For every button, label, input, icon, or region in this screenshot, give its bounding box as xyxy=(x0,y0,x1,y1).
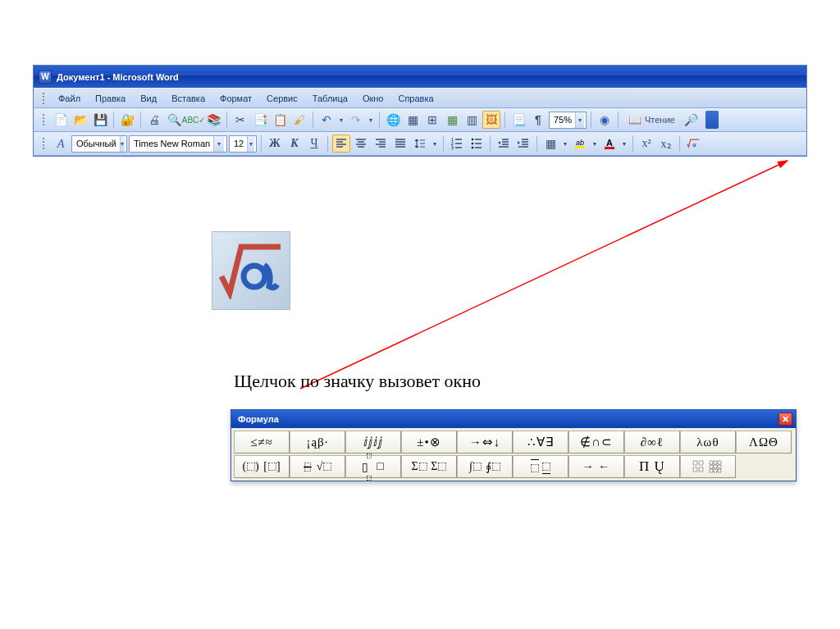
copy-icon[interactable]: 📑 xyxy=(251,111,269,129)
italic-button[interactable]: К xyxy=(285,134,304,153)
lowercase-greek-button[interactable]: λωθ xyxy=(680,431,736,454)
cut-icon[interactable]: ✂ xyxy=(231,111,249,129)
toolbar-grip[interactable] xyxy=(42,92,47,105)
highlight-icon[interactable]: ab xyxy=(571,134,589,153)
chevron-down-icon: ▾ xyxy=(120,136,125,152)
toolbar-grip[interactable] xyxy=(42,137,47,150)
word-app-icon: W xyxy=(39,71,52,84)
menu-edit[interactable]: Правка xyxy=(89,91,132,106)
research-icon[interactable]: 📚 xyxy=(204,111,222,129)
insert-table-icon[interactable]: ⊞ xyxy=(423,111,441,129)
summation-templates-button[interactable]: Σ Σ xyxy=(401,455,457,478)
bold-button[interactable]: Ж xyxy=(266,134,284,153)
equation-editor-large-icon xyxy=(212,231,290,310)
format-painter-icon[interactable]: 🖌 xyxy=(290,111,308,129)
help-icon[interactable]: ◉ xyxy=(596,111,614,129)
separator xyxy=(504,112,505,128)
matrix-templates-button[interactable] xyxy=(680,455,736,478)
underline-button[interactable]: Ч xyxy=(305,134,323,153)
toolbar-options-icon[interactable] xyxy=(705,111,719,129)
print-preview-icon[interactable]: 🔍 xyxy=(165,111,183,129)
uppercase-greek-button[interactable]: ΛΩΘ xyxy=(736,431,792,454)
find-icon[interactable]: 🔎 xyxy=(682,111,701,129)
style-value: Обычный xyxy=(76,139,116,148)
columns-icon[interactable]: ▥ xyxy=(463,111,481,129)
styles-pane-icon[interactable]: A xyxy=(52,134,70,153)
reading-layout-button[interactable]: 📖 Чтение xyxy=(623,111,681,129)
drawing-icon[interactable]: 🖼 xyxy=(482,111,500,129)
font-color-dropdown-icon[interactable]: ▾ xyxy=(620,134,628,153)
paste-icon[interactable]: 📋 xyxy=(271,111,289,129)
highlight-dropdown-icon[interactable]: ▾ xyxy=(591,134,599,153)
separator xyxy=(490,135,491,152)
show-pilcrow-icon[interactable]: ¶ xyxy=(529,111,547,129)
sub-superscript-button[interactable]: ▯ □ xyxy=(345,455,401,478)
separator xyxy=(591,112,591,128)
superscript-button[interactable]: x² xyxy=(637,134,655,153)
menu-file[interactable]: Файл xyxy=(52,91,87,106)
open-icon[interactable]: 📂 xyxy=(71,111,89,129)
separator xyxy=(679,135,680,152)
redo-icon[interactable]: ↷ xyxy=(347,111,365,129)
font-dropdown[interactable]: Times New Roman ▾ xyxy=(129,135,227,153)
labeled-arrow-button[interactable]: → ← xyxy=(568,455,624,478)
fraction-radical-button[interactable]: √ xyxy=(290,455,345,478)
align-justify-icon[interactable] xyxy=(391,134,409,153)
separator xyxy=(632,135,633,152)
menu-help[interactable]: Справка xyxy=(391,91,440,106)
hyperlink-icon[interactable]: 🌐 xyxy=(384,111,402,129)
align-right-icon[interactable] xyxy=(372,134,390,153)
doc-map-icon[interactable]: 📃 xyxy=(509,111,527,129)
undo-icon[interactable]: ↶ xyxy=(317,111,336,129)
borders-dropdown-icon[interactable]: ▾ xyxy=(561,134,569,153)
formula-titlebar[interactable]: Формула ✕ xyxy=(231,410,796,428)
align-center-icon[interactable] xyxy=(352,134,370,153)
subscript-button[interactable]: x₂ xyxy=(657,134,675,153)
toolbar-grip[interactable] xyxy=(42,113,47,126)
permissions-icon[interactable]: 🔐 xyxy=(118,111,136,129)
font-size-dropdown[interactable]: 12 ▾ xyxy=(229,135,257,153)
increase-indent-icon[interactable] xyxy=(514,134,532,153)
bulleted-list-icon[interactable] xyxy=(468,134,486,153)
relational-symbols-button[interactable]: ≤≠≈ xyxy=(234,431,290,454)
embellishments-button[interactable]: ⅈⅉⅈⅉ xyxy=(345,431,401,454)
menu-table[interactable]: Таблица xyxy=(306,91,354,106)
separator xyxy=(140,112,141,128)
set-theory-button[interactable]: ∉∩⊂ xyxy=(568,431,624,454)
equation-button[interactable]: α xyxy=(684,134,702,153)
misc-symbols-button[interactable]: ∂∞ℓ xyxy=(624,431,680,454)
underbar-overbar-button[interactable] xyxy=(513,455,568,478)
font-color-icon[interactable]: A xyxy=(600,134,619,153)
menu-view[interactable]: Вид xyxy=(134,91,163,106)
operator-symbols-button[interactable]: ±•⊗ xyxy=(401,431,457,454)
save-icon[interactable]: 💾 xyxy=(91,111,109,129)
spellcheck-icon[interactable]: ABC✓ xyxy=(185,111,203,129)
decrease-indent-icon[interactable] xyxy=(495,134,513,153)
fence-templates-button[interactable]: () [] xyxy=(234,455,290,478)
redo-dropdown-icon[interactable]: ▾ xyxy=(367,111,375,129)
numbered-list-icon[interactable]: 123 xyxy=(448,134,466,153)
integral-templates-button[interactable]: ∫ ∮ xyxy=(457,455,513,478)
spacing-dropdown-icon[interactable]: ▾ xyxy=(431,134,439,153)
tables-borders-icon[interactable]: ▦ xyxy=(404,111,422,129)
undo-dropdown-icon[interactable]: ▾ xyxy=(337,111,345,129)
separator xyxy=(113,112,114,128)
align-left-icon[interactable] xyxy=(332,134,350,153)
print-icon[interactable]: 🖨 xyxy=(145,111,163,129)
borders-icon[interactable]: ▦ xyxy=(541,134,559,153)
menu-insert[interactable]: Вставка xyxy=(165,91,212,106)
menu-service[interactable]: Сервис xyxy=(260,91,304,106)
menu-window[interactable]: Окно xyxy=(356,91,390,106)
new-doc-icon[interactable]: 📄 xyxy=(52,111,70,129)
insert-excel-icon[interactable]: ▦ xyxy=(443,111,461,129)
line-spacing-icon[interactable] xyxy=(411,134,429,153)
close-icon[interactable]: ✕ xyxy=(778,412,792,426)
logical-symbols-button[interactable]: ∴∀∃ xyxy=(513,431,568,454)
svg-text:ab: ab xyxy=(576,139,584,147)
style-dropdown[interactable]: Обычный ▾ xyxy=(71,135,127,153)
product-set-button[interactable]: Π Ų xyxy=(624,455,680,478)
arrow-symbols-button[interactable]: →⇔↓ xyxy=(457,431,513,454)
zoom-dropdown[interactable]: 75% ▾ xyxy=(549,112,587,129)
spaces-ellipses-button[interactable]: ¡ąβ· xyxy=(290,431,345,454)
menu-format[interactable]: Формат xyxy=(213,91,258,106)
